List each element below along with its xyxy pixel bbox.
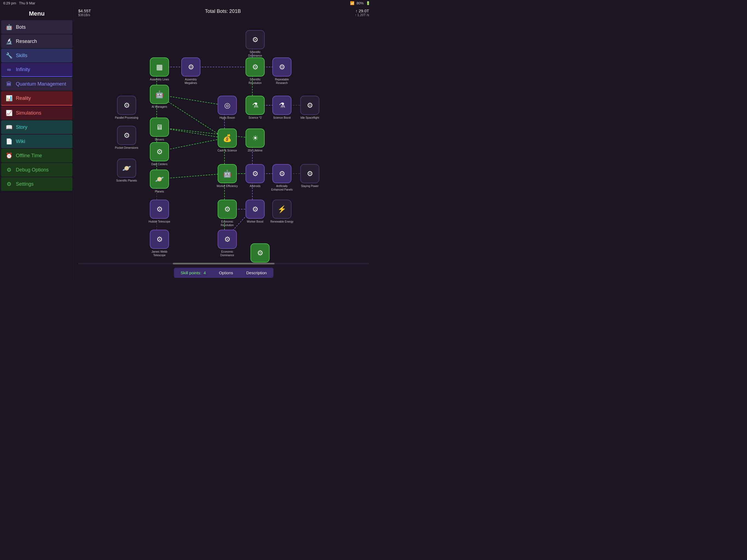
- skill-node-artificially-enhanced[interactable]: ⚙Artificially Enhanced Panels: [269, 164, 294, 192]
- skill-node-staying-power[interactable]: ⚙Staying Power: [298, 164, 322, 188]
- wiki-icon: 📄: [5, 138, 12, 145]
- sidebar-item-story[interactable]: 📖 Story: [1, 120, 73, 134]
- settings-icon: ⚙: [5, 181, 12, 187]
- sidebar: Menu 🤖 Bots 🔬 Research 🔧 Skills ∞ Infini…: [0, 6, 74, 280]
- sidebar-item-wiki[interactable]: 📄 Wiki: [1, 134, 73, 148]
- skill-node-science-x2[interactable]: ⚗Science *2: [243, 96, 267, 120]
- skill-node-androids[interactable]: ⚙Androids: [243, 164, 267, 188]
- sidebar-item-settings[interactable]: ⚙ Settings: [1, 177, 73, 191]
- sidebar-label-reality: Reality: [16, 96, 31, 101]
- skill-icon-ai-managers: 🤖: [150, 85, 169, 104]
- skill-label-worker-boost: Worker Boost: [247, 220, 263, 223]
- skill-icon-assembly-megalines: ⚙: [181, 57, 200, 77]
- skill-node-20s-lifetime[interactable]: ☀20s Lifetime: [243, 128, 267, 152]
- skill-node-assembly-megalines[interactable]: ⚙Assembly Megalines: [179, 57, 203, 85]
- skill-node-economic-revolution[interactable]: ⚙Economic Revolution: [215, 200, 239, 227]
- status-bar: 6:29 pm Thu 9 Mar 📶 80% 🔋: [0, 0, 374, 6]
- skill-icon-hubble-telescope: ⚙: [150, 200, 169, 219]
- wifi-icon: 📶: [350, 1, 354, 5]
- sidebar-label-simulations: Simulations: [16, 110, 41, 116]
- debug-icon: ⚙: [5, 167, 12, 173]
- story-icon: 📖: [5, 124, 12, 130]
- skill-node-assembly-lines[interactable]: ▦Assembly Lines: [147, 57, 172, 81]
- skill-node-idle-spaceflight[interactable]: ⚙Idle Spaceflight: [298, 96, 322, 120]
- skill-icon-scientific-revolution: ⚙: [246, 57, 265, 77]
- skill-node-repeatable-research[interactable]: ⚙Repeatable Research: [269, 57, 294, 85]
- infinity-icon: ∞: [5, 67, 12, 73]
- sidebar-item-bots[interactable]: 🤖 Bots: [1, 20, 73, 34]
- skill-node-scientific-revolution[interactable]: ⚙Scientific Revolution: [243, 57, 267, 85]
- sidebar-item-skills[interactable]: 🔧 Skills: [1, 49, 73, 62]
- sidebar-item-research[interactable]: 🔬 Research: [1, 34, 73, 48]
- sidebar-label-research: Research: [16, 39, 37, 44]
- skill-icon-staying-power: ⚙: [300, 164, 319, 183]
- sidebar-label-quantum: Quantum Management: [16, 81, 66, 87]
- skill-node-economic-dominance[interactable]: ⚙Economic Dominance: [215, 230, 239, 257]
- sidebar-label-debug: Debug Options: [16, 167, 49, 173]
- money-display: $4.55T $361B/s: [78, 8, 91, 17]
- skill-label-scientific-planets: Scientific Planets: [116, 179, 137, 182]
- skill-points-button[interactable]: Skill points: 4: [174, 268, 212, 278]
- skill-label-economic-dominance: Economic Dominance: [215, 250, 239, 257]
- skill-icon-worker-boost: ⚙: [246, 200, 265, 219]
- offline-icon: ⏰: [5, 152, 12, 159]
- skill-icon-planets: 🪐: [150, 170, 169, 189]
- content-area: $4.55T $361B/s Total Bots: 201B ↑ 29.0T …: [74, 6, 374, 280]
- status-time: 6:29 pm Thu 9 Mar: [3, 1, 35, 5]
- skill-node-pocket-dimensions[interactable]: ⚙Pocket Dimensions: [114, 126, 139, 150]
- skill-icon-economic-dominance: ⚙: [217, 230, 237, 249]
- skill-icon-renewable-energy: ⚡: [272, 200, 291, 219]
- skill-label-artificially-enhanced: Artificially Enhanced Panels: [269, 184, 294, 192]
- skill-points-label: Skill points:: [180, 271, 201, 275]
- skill-tree[interactable]: ▦Assembly Lines⚙Assembly Megalines⚙Scien…: [74, 19, 374, 263]
- skill-node-parallel-processing[interactable]: ⚙Parallel Processing: [114, 96, 139, 120]
- skill-label-parallel-processing: Parallel Processing: [115, 116, 138, 120]
- storage-value: ↑ 29.0T: [355, 8, 369, 13]
- reality-icon: 📊: [5, 95, 12, 101]
- skill-label-pocket-dimensions: Pocket Dimensions: [115, 146, 138, 150]
- skill-icon-science-x2: ⚗: [246, 96, 265, 115]
- sidebar-item-quantum[interactable]: 🏛 Quantum Management: [1, 77, 73, 91]
- battery-icon: 🔋: [366, 1, 370, 5]
- skill-node-james-webb[interactable]: ⚙James Webb Telescope: [147, 230, 172, 257]
- skill-node-worker-efficiency[interactable]: 🤖Worker Efficiency: [215, 164, 239, 188]
- skill-icon-servers: 🖥: [150, 118, 169, 137]
- skill-tree-inner: ▦Assembly Lines⚙Assembly Megalines⚙Scien…: [101, 19, 347, 257]
- skill-node-hubble-telescope[interactable]: ⚙Hubble Telescope: [147, 200, 172, 223]
- sidebar-item-reality[interactable]: 📊 Reality: [1, 91, 73, 105]
- top-bar: $4.55T $361B/s Total Bots: 201B ↑ 29.0T …: [74, 6, 374, 19]
- skill-label-hubble-telescope: Hubble Telescope: [149, 220, 170, 223]
- skill-node-planets[interactable]: 🪐Planets: [147, 170, 172, 193]
- skill-icon-20s-lifetime: ☀: [246, 128, 265, 148]
- skill-node-scientific-dominance[interactable]: ⚙Scientific Dominance: [243, 30, 267, 57]
- skill-node-ai-managers[interactable]: 🤖AI Managers: [147, 85, 172, 108]
- skill-label-scientific-revolution: Scientific Revolution: [243, 78, 267, 85]
- skill-label-staying-power: Staying Power: [301, 184, 318, 188]
- skill-node-bottom-node[interactable]: ⚙: [248, 244, 272, 263]
- description-button[interactable]: Description: [240, 268, 274, 278]
- money-value: $4.55T: [78, 8, 91, 13]
- skill-node-scientific-planets[interactable]: 🪐Scientific Planets: [114, 159, 139, 182]
- skill-label-worker-efficiency: Worker Efficiency: [216, 184, 238, 188]
- skill-node-data-centers[interactable]: ⚙Data Centers: [147, 142, 172, 166]
- bots-display: Total Bots: 201B: [205, 8, 241, 14]
- skill-icon-pocket-dimensions: ⚙: [117, 126, 136, 145]
- sidebar-item-simulations[interactable]: 📈 Simulations: [1, 106, 73, 120]
- skill-node-higgs-boson[interactable]: ◎Higgs Boson: [215, 96, 239, 120]
- skill-label-economic-revolution: Economic Revolution: [215, 220, 239, 227]
- skill-node-science-boost[interactable]: ⚗Science Boost: [269, 96, 294, 120]
- skill-node-servers[interactable]: 🖥Servers: [147, 118, 172, 142]
- sidebar-item-offline[interactable]: ⏰ Offline Time: [1, 149, 73, 162]
- skill-icon-james-webb: ⚙: [150, 230, 169, 249]
- sidebar-item-debug[interactable]: ⚙ Debug Options: [1, 163, 73, 177]
- skill-label-androids: Androids: [250, 184, 260, 188]
- options-button[interactable]: Options: [212, 268, 240, 278]
- scroll-thumb: [173, 263, 275, 264]
- sidebar-item-infinity[interactable]: ∞ Infinity: [1, 63, 73, 77]
- simulations-icon: 📈: [5, 110, 12, 116]
- skill-node-worker-boost[interactable]: ⚙Worker Boost: [243, 200, 267, 223]
- sidebar-label-bots: Bots: [16, 24, 26, 30]
- sidebar-label-offline: Offline Time: [16, 153, 42, 159]
- skill-node-renewable-energy[interactable]: ⚡Renewable Energy: [269, 200, 294, 223]
- skill-node-cash-science[interactable]: 💰Cash & Science: [215, 128, 239, 152]
